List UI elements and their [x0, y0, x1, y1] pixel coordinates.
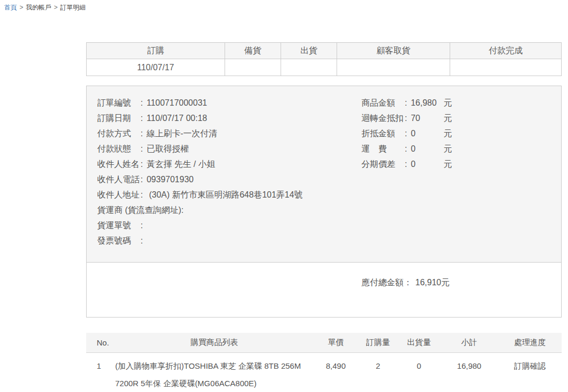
- colon: :: [405, 126, 407, 141]
- field-label: 運 費: [361, 141, 405, 156]
- colon: :: [405, 95, 407, 110]
- colon: :: [141, 218, 143, 233]
- colon: :: [405, 110, 407, 126]
- colon: :: [181, 202, 183, 218]
- field-carrier: 貨運商 (貨流查詢網址):: [97, 202, 303, 218]
- field-order-number: 訂單編號:1100717000031: [97, 95, 303, 110]
- field-value: 16,980: [411, 95, 443, 110]
- status-value-shipped: [281, 59, 337, 76]
- field-label: 分期價差: [361, 156, 405, 172]
- items-header-no: No.: [86, 338, 115, 347]
- field-value: 110/07/17 00:18: [146, 114, 207, 123]
- items-header-qty: 訂購量: [358, 338, 398, 348]
- field-payment-method: 付款方式:線上刷卡-一次付清: [97, 126, 303, 141]
- item-qty: 2: [358, 357, 398, 375]
- field-label: 付款狀態: [97, 141, 141, 156]
- status-value-preparing: [225, 59, 281, 76]
- purchased-items-table: No. 購買商品列表 單價 訂購量 出貨量 小計 處理進度 1 (加入購物車享折…: [86, 333, 562, 392]
- breadcrumb-separator: >: [20, 4, 23, 11]
- order-info-right-column: 商品金額:16,980元 迴轉金抵扣:70元 折抵金額:0元 運 費:0元 分期…: [361, 95, 452, 172]
- field-value: 70: [411, 110, 443, 126]
- field-recipient-name: 收件人姓名:黃玄揮 先生 / 小姐: [97, 156, 303, 172]
- status-header-customer-pickup: 顧客取貨: [337, 43, 450, 59]
- status-header-payment-done: 付款完成: [450, 43, 561, 59]
- colon: :: [141, 126, 143, 141]
- currency-unit: 元: [443, 144, 452, 153]
- total-amount-section: 應付總金額：16,910元: [87, 263, 561, 317]
- order-detail-fields: 訂單編號:1100717000031 訂購日期:110/07/17 00:18 …: [87, 86, 561, 263]
- order-info-left-column: 訂單編號:1100717000031 訂購日期:110/07/17 00:18 …: [97, 95, 303, 248]
- field-value: 0: [411, 156, 443, 172]
- item-shipped: 0: [398, 357, 440, 375]
- colon: :: [405, 156, 407, 172]
- field-installment-difference: 分期價差:0元: [361, 156, 452, 172]
- field-label: 收件人電話: [97, 172, 141, 187]
- status-header-ordered: 訂購: [87, 43, 225, 59]
- field-invoice-number: 發票號碼:: [97, 233, 303, 248]
- currency-unit: 元: [443, 98, 452, 107]
- field-payment-status: 付款狀態:已取得授權: [97, 141, 303, 156]
- colon: :: [405, 141, 407, 156]
- field-value: 1100717000031: [146, 98, 207, 107]
- total-amount-label: 應付總金額：: [361, 278, 412, 287]
- items-header-subtotal: 小計: [440, 338, 498, 348]
- field-value: 0: [411, 126, 443, 141]
- total-amount-value: 16,910元: [415, 278, 450, 287]
- currency-unit: 元: [443, 160, 452, 169]
- item-status: 訂購確認: [498, 357, 562, 375]
- colon: :: [141, 110, 143, 126]
- breadcrumb-separator: >: [54, 4, 58, 11]
- field-tracking-number: 貨運單號:: [97, 218, 303, 233]
- field-shipping-fee: 運 費:0元: [361, 141, 452, 156]
- field-recipient-address: 收件人地址: (30A) 新竹市東區明湖路648巷101弄14號: [97, 187, 303, 202]
- colon: :: [141, 172, 143, 187]
- field-label: 收件人姓名: [97, 156, 141, 172]
- colon: :: [141, 233, 143, 248]
- breadcrumb-home-link[interactable]: 首頁: [4, 4, 17, 11]
- breadcrumb-order-detail: 訂單明細: [60, 4, 86, 11]
- status-header-shipped: 出貨: [281, 43, 337, 59]
- item-no: 1: [86, 357, 115, 375]
- colon: :: [141, 187, 143, 202]
- field-label: 訂購日期: [97, 110, 141, 126]
- colon: :: [141, 156, 143, 172]
- field-label: 貨運商 (貨流查詢網址): [97, 202, 181, 218]
- item-row: 1 (加入購物車享折扣)TOSHIBA 東芝 企業碟 8TB 256M 7200…: [86, 353, 562, 392]
- field-label: 商品金額: [361, 95, 405, 110]
- items-header-shipped: 出貨量: [398, 338, 440, 348]
- status-header-preparing: 備貨: [225, 43, 281, 59]
- field-value: (30A) 新竹市東區明湖路648巷101弄14號: [146, 190, 302, 199]
- breadcrumb-my-account: 我的帳戶: [26, 4, 51, 11]
- currency-unit: 元: [443, 129, 452, 138]
- items-header-status: 處理進度: [498, 338, 562, 348]
- field-order-date: 訂購日期:110/07/17 00:18: [97, 110, 303, 126]
- field-value: 0: [411, 141, 443, 156]
- field-label: 貨運單號: [97, 218, 141, 233]
- item-name-cell: (加入購物車享折扣)TOSHIBA 東芝 企業碟 8TB 256M 7200R …: [115, 357, 313, 392]
- items-header-name: 購買商品列表: [115, 338, 313, 348]
- item-name: (加入購物車享折扣)TOSHIBA 東芝 企業碟 8TB 256M 7200R …: [115, 357, 304, 392]
- items-header-unit-price: 單價: [313, 338, 358, 348]
- field-value: 已取得授權: [146, 144, 189, 153]
- field-label: 收件人地址: [97, 187, 141, 202]
- field-label: 折抵金額: [361, 126, 405, 141]
- field-label: 訂單編號: [97, 95, 141, 110]
- field-recipient-phone: 收件人電話:0939701930: [97, 172, 303, 187]
- item-unit-price: 8,490: [313, 357, 358, 375]
- field-rebate-deduction: 迴轉金抵扣:70元: [361, 110, 452, 126]
- order-status-table: 訂購 備貨 出貨 顧客取貨 付款完成 110/07/17: [86, 42, 562, 76]
- field-discount-amount: 折抵金額:0元: [361, 126, 452, 141]
- colon: :: [141, 141, 143, 156]
- field-product-amount: 商品金額:16,980元: [361, 95, 452, 110]
- items-header-row: No. 購買商品列表 單價 訂購量 出貨量 小計 處理進度: [86, 333, 562, 353]
- status-value-ordered-date: 110/07/17: [87, 59, 225, 76]
- field-value: 線上刷卡-一次付清: [146, 129, 217, 138]
- colon: :: [141, 95, 143, 110]
- status-value-customer-pickup: [337, 59, 450, 76]
- currency-unit: 元: [443, 114, 452, 123]
- order-detail-panel: 訂單編號:1100717000031 訂購日期:110/07/17 00:18 …: [86, 86, 562, 318]
- item-subtotal: 16,980: [440, 357, 498, 375]
- field-value: 黃玄揮 先生 / 小姐: [146, 160, 215, 169]
- status-value-row: 110/07/17: [87, 59, 561, 76]
- status-value-payment-done: [450, 59, 561, 76]
